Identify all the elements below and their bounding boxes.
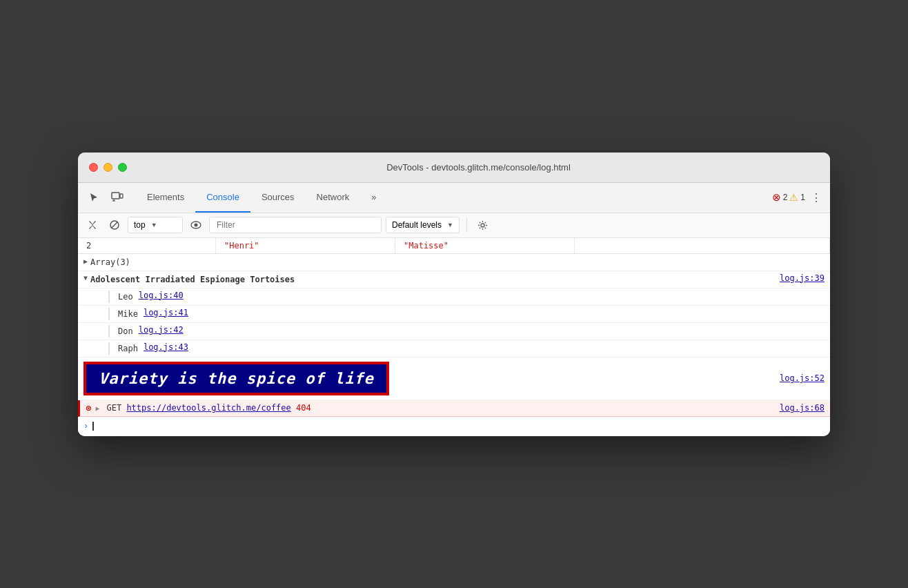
- warn-icon: ⚠: [789, 192, 798, 203]
- error-message: GET https://devtools.glitch.me/coffee 40…: [106, 403, 770, 413]
- devtools-body: Elements Console Sources Network » ⊗ 2 ⚠…: [78, 183, 830, 436]
- group-source[interactable]: log.js:39: [780, 273, 825, 283]
- expand-arrow-icon: [83, 257, 88, 266]
- table-cell-index: 2: [78, 238, 216, 253]
- table-cell-first: "Henri": [216, 238, 395, 253]
- titlebar: DevTools - devtools.glitch.me/console/lo…: [78, 153, 830, 183]
- error-icon: ⊗: [772, 191, 781, 204]
- raph-source[interactable]: log.js:43: [144, 342, 188, 352]
- raph-text: Raph: [118, 344, 138, 353]
- tab-sources[interactable]: Sources: [250, 183, 306, 213]
- error-url[interactable]: https://devtools.glitch.me/coffee: [126, 403, 290, 413]
- close-button[interactable]: [89, 163, 98, 172]
- table-row: 2 "Henri" "Matisse": [78, 238, 830, 254]
- stop-icon[interactable]: [106, 216, 124, 234]
- mike-source[interactable]: log.js:41: [144, 308, 188, 317]
- console-content: 2 "Henri" "Matisse" Array(3) Adolescent …: [78, 238, 830, 436]
- devtools-window: DevTools - devtools.glitch.me/console/lo…: [78, 153, 830, 436]
- tab-bar-left: [83, 183, 128, 213]
- more-options-button[interactable]: ⋮: [808, 189, 825, 206]
- group-header[interactable]: Adolescent Irradiated Espionage Tortoise…: [78, 271, 830, 288]
- styled-source[interactable]: log.js:52: [780, 373, 825, 383]
- chevron-down-icon: ▼: [151, 222, 157, 228]
- don-text: Don: [118, 326, 133, 336]
- chevron-down-icon-level: ▼: [447, 222, 453, 228]
- eye-icon[interactable]: [187, 216, 205, 234]
- table-cell-last: "Matisse": [395, 238, 575, 253]
- error-badge: ⊗ 2 ⚠ 1: [772, 191, 805, 204]
- error-expand-icon[interactable]: [95, 404, 99, 413]
- error-circle-icon: ⊗: [86, 402, 91, 414]
- styled-log-container: Variety is the spice of life: [83, 362, 774, 395]
- svg-line-6: [112, 222, 118, 228]
- group-title: Adolescent Irradiated Espionage Tortoise…: [90, 273, 774, 286]
- minimize-button[interactable]: [103, 163, 112, 172]
- cursor: [92, 422, 94, 431]
- cursor-icon[interactable]: [83, 187, 104, 208]
- tab-bar: Elements Console Sources Network » ⊗ 2 ⚠…: [78, 183, 830, 213]
- array-entry[interactable]: Array(3): [78, 254, 830, 271]
- styled-log-row: Variety is the spice of life log.js:52: [78, 357, 830, 400]
- warn-count: 1: [800, 193, 805, 202]
- filter-input[interactable]: [209, 217, 382, 233]
- error-code: 404: [296, 403, 311, 413]
- settings-icon[interactable]: [474, 216, 492, 234]
- tab-bar-right: ⊗ 2 ⚠ 1 ⋮: [772, 183, 825, 213]
- tabs: Elements Console Sources Network »: [136, 183, 772, 213]
- tab-more[interactable]: »: [360, 183, 387, 213]
- tab-console[interactable]: Console: [195, 183, 250, 213]
- context-select[interactable]: top ▼: [128, 217, 183, 233]
- console-toolbar: top ▼ Default levels ▼: [78, 213, 830, 238]
- error-source[interactable]: log.js:68: [780, 403, 825, 413]
- indent-line-don: Don: [108, 325, 133, 337]
- tab-network[interactable]: Network: [306, 183, 361, 213]
- level-select[interactable]: Default levels ▼: [386, 217, 460, 233]
- indent-line: Leo: [108, 291, 133, 303]
- error-count: 2: [783, 193, 788, 202]
- maximize-button[interactable]: [118, 163, 127, 172]
- table-cell-empty: [575, 238, 830, 253]
- group-item-mike: Mike log.js:41: [78, 306, 830, 323]
- error-row: ⊗ GET https://devtools.glitch.me/coffee …: [78, 400, 830, 417]
- group-item-raph: Raph log.js:43: [78, 340, 830, 357]
- prompt-icon: ›: [83, 422, 88, 431]
- device-icon[interactable]: [107, 187, 128, 208]
- leo-source[interactable]: log.js:40: [139, 291, 184, 300]
- toolbar-divider: [466, 218, 467, 232]
- group-item-leo: Leo log.js:40: [78, 288, 830, 306]
- svg-rect-0: [112, 193, 119, 199]
- indent-line-raph: Raph: [108, 342, 138, 355]
- clear-console-button[interactable]: [83, 216, 101, 234]
- tab-elements[interactable]: Elements: [136, 183, 195, 213]
- svg-point-9: [481, 224, 484, 227]
- leo-text: Leo: [118, 292, 133, 302]
- array-text: Array(3): [90, 256, 825, 268]
- svg-rect-1: [120, 194, 123, 198]
- group-expand-icon: [83, 275, 88, 282]
- traffic-lights: [89, 163, 127, 172]
- indent-line-mike: Mike: [108, 308, 138, 320]
- styled-log-text: Variety is the spice of life: [83, 362, 389, 395]
- console-input-row[interactable]: ›: [78, 417, 830, 436]
- mike-text: Mike: [118, 309, 138, 319]
- window-title: DevTools - devtools.glitch.me/console/lo…: [138, 162, 819, 173]
- svg-marker-4: [89, 221, 96, 229]
- context-value: top: [134, 220, 146, 230]
- level-value: Default levels: [392, 220, 442, 230]
- group-item-don: Don log.js:42: [78, 323, 830, 340]
- don-source[interactable]: log.js:42: [139, 325, 184, 335]
- svg-point-8: [195, 224, 198, 227]
